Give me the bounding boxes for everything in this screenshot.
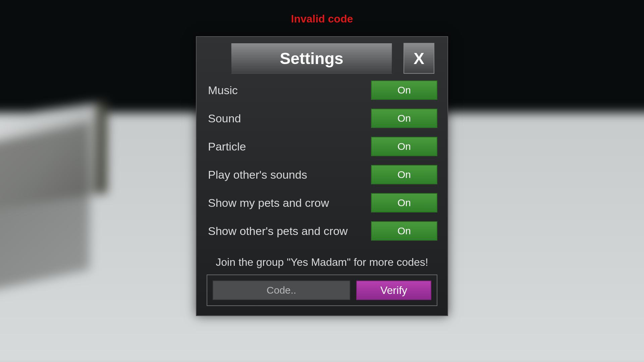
close-button[interactable]: X bbox=[404, 43, 434, 74]
toggle-particle[interactable]: On bbox=[371, 137, 437, 156]
setting-label: Music bbox=[208, 84, 238, 97]
setting-label: Particle bbox=[208, 140, 246, 153]
toggle-others-pets[interactable]: On bbox=[371, 221, 437, 241]
setting-row-particle: Particle On bbox=[208, 137, 437, 156]
panel-header: Settings X bbox=[228, 43, 437, 74]
setting-row-others-pets: Show other's pets and crow On bbox=[208, 221, 437, 241]
setting-label: Play other's sounds bbox=[208, 168, 307, 181]
verify-button[interactable]: Verify bbox=[356, 281, 431, 300]
toggle-sound[interactable]: On bbox=[371, 109, 437, 128]
setting-row-my-pets: Show my pets and crow On bbox=[208, 193, 437, 213]
settings-list: Music On Sound On Particle On Play other… bbox=[207, 80, 437, 241]
toggle-my-pets[interactable]: On bbox=[371, 193, 437, 213]
toggle-music[interactable]: On bbox=[371, 80, 437, 100]
code-input[interactable] bbox=[213, 281, 350, 300]
setting-row-others-sounds: Play other's sounds On bbox=[208, 165, 437, 184]
setting-label: Sound bbox=[208, 112, 241, 125]
setting-label: Show my pets and crow bbox=[208, 196, 329, 209]
setting-row-music: Music On bbox=[208, 80, 437, 100]
panel-title: Settings bbox=[280, 49, 343, 68]
panel-title-box: Settings bbox=[231, 43, 392, 74]
settings-panel: Settings X Music On Sound On Particle On… bbox=[196, 36, 448, 316]
status-message: Invalid code bbox=[291, 13, 353, 25]
setting-label: Show other's pets and crow bbox=[208, 225, 348, 238]
setting-row-sound: Sound On bbox=[208, 109, 437, 128]
code-box: Verify bbox=[207, 275, 437, 306]
toggle-others-sounds[interactable]: On bbox=[371, 165, 437, 184]
code-hint: Join the group "Yes Madam" for more code… bbox=[207, 256, 437, 268]
